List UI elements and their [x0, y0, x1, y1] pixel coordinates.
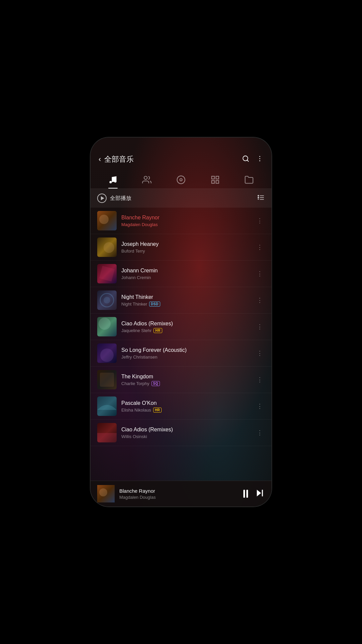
list-item[interactable]: Joseph Heaney Buford Terry ⋮ — [90, 234, 272, 261]
album-art-6 — [97, 343, 117, 363]
now-playing-artist: Magdalen Douglas — [119, 495, 239, 500]
svg-point-2 — [259, 156, 260, 157]
svg-point-31 — [100, 348, 114, 362]
track-thumbnail — [97, 370, 117, 389]
svg-rect-10 — [212, 176, 214, 179]
svg-rect-12 — [212, 180, 214, 183]
list-item[interactable]: So Long Forever (Acoustic) Jeffry Christ… — [90, 340, 272, 367]
track-title: Pascale O'Kon — [121, 400, 250, 406]
list-item[interactable]: Blanche Raynor Magdalen Douglas ⋮ — [90, 208, 272, 234]
albums-icon — [176, 175, 186, 184]
now-playing-title: Blanche Raynor — [119, 488, 239, 494]
svg-point-6 — [114, 180, 116, 182]
tab-folder[interactable] — [239, 172, 259, 189]
track-artist: Jaqueline Stehr — [121, 328, 152, 333]
track-more-button[interactable]: ⋮ — [255, 268, 265, 279]
track-sub: Buford Terry — [121, 249, 250, 254]
track-info: Johann Cremin Johann Cremin — [121, 268, 250, 280]
track-artist: Night Thinker — [121, 302, 147, 307]
track-info: Ciao Adios (Remixes) Willis Osinski — [121, 427, 250, 439]
sort-icon[interactable] — [257, 194, 265, 203]
svg-point-38 — [99, 488, 107, 496]
svg-point-5 — [109, 181, 112, 183]
skip-next-button[interactable] — [255, 488, 265, 499]
track-thumbnail — [97, 396, 117, 416]
now-playing-bar[interactable]: Blanche Raynor Magdalen Douglas — [90, 481, 272, 506]
list-item[interactable]: Johann Cremin Johann Cremin ⋮ — [90, 261, 272, 287]
track-info: So Long Forever (Acoustic) Jeffry Christ… — [121, 347, 250, 360]
play-all-label: 全部播放 — [110, 195, 131, 202]
play-all-circle — [97, 194, 107, 203]
track-more-button[interactable]: ⋮ — [255, 321, 265, 332]
track-artist: Charlie Torphy — [121, 381, 149, 386]
album-art-1 — [97, 211, 117, 230]
album-art-2 — [97, 237, 117, 257]
track-sub: Magdalen Douglas — [121, 222, 250, 227]
svg-point-9 — [180, 179, 182, 181]
play-triangle-icon — [101, 196, 104, 200]
track-title: Johann Cremin — [121, 268, 250, 274]
svg-point-3 — [259, 158, 260, 159]
track-more-button[interactable]: ⋮ — [255, 427, 265, 438]
svg-point-4 — [259, 160, 260, 161]
nav-tabs — [90, 170, 272, 189]
svg-rect-11 — [216, 176, 219, 179]
track-sub: Johann Cremin — [121, 275, 250, 280]
now-playing-info: Blanche Raynor Magdalen Douglas — [119, 488, 239, 500]
play-all-bar[interactable]: 全部播放 — [90, 189, 272, 208]
list-item[interactable]: Pascale O'Kon Elisha Nikolaus HR ⋮ — [90, 393, 272, 420]
list-item[interactable]: Night Thinker Night Thinker DSD ⋮ — [90, 287, 272, 314]
tab-music[interactable] — [103, 172, 123, 189]
track-info: Joseph Heaney Buford Terry — [121, 241, 250, 254]
track-info: The Kingdom Charlie Torphy SQ — [121, 374, 250, 386]
playback-controls — [243, 488, 265, 499]
track-thumbnail — [97, 343, 117, 363]
tab-artists[interactable] — [137, 172, 157, 189]
tab-playlist[interactable] — [205, 172, 225, 189]
svg-rect-13 — [216, 180, 219, 183]
svg-point-20 — [99, 215, 109, 224]
track-sub: Jeffry Christiansen — [121, 355, 250, 360]
track-artist: Jeffry Christiansen — [121, 355, 157, 360]
pause-bar-left — [243, 490, 245, 498]
track-thumbnail — [97, 317, 117, 336]
svg-rect-36 — [97, 433, 117, 442]
pause-icon — [243, 490, 248, 498]
list-item[interactable]: Ciao Adios (Remixes) Willis Osinski ⋮ — [90, 420, 272, 446]
list-item[interactable]: The Kingdom Charlie Torphy SQ ⋮ — [90, 367, 272, 393]
track-thumbnail — [97, 237, 117, 257]
now-playing-thumbnail — [97, 485, 115, 502]
artists-icon — [142, 175, 152, 184]
list-item[interactable]: Ciao Adios (Remixes) Jaqueline Stehr HR … — [90, 314, 272, 340]
back-button[interactable]: ‹ — [99, 155, 101, 164]
music-icon — [108, 175, 118, 184]
track-more-button[interactable]: ⋮ — [255, 241, 265, 253]
dsd-badge: DSD — [149, 302, 160, 307]
folder-icon — [244, 175, 254, 184]
track-more-button[interactable]: ⋮ — [255, 400, 265, 412]
more-icon[interactable] — [256, 155, 263, 164]
svg-line-1 — [247, 160, 248, 161]
header-left: ‹ 全部音乐 — [99, 154, 134, 164]
sq-badge: SQ — [152, 381, 160, 386]
track-title: Blanche Raynor — [121, 215, 250, 221]
playlist-icon — [210, 175, 220, 184]
track-more-button[interactable]: ⋮ — [255, 294, 265, 306]
pause-button[interactable] — [243, 490, 248, 498]
track-info: Night Thinker Night Thinker DSD — [121, 294, 250, 307]
hr-badge: HR — [154, 328, 162, 333]
track-artist: Buford Terry — [121, 249, 145, 254]
album-art-4 — [97, 290, 117, 310]
svg-point-27 — [104, 297, 110, 304]
track-more-button[interactable]: ⋮ — [255, 347, 265, 359]
track-more-button[interactable]: ⋮ — [255, 215, 265, 226]
svg-point-17 — [258, 195, 259, 196]
tab-albums[interactable] — [171, 172, 191, 189]
svg-rect-33 — [100, 373, 114, 387]
track-title: The Kingdom — [121, 374, 250, 380]
search-icon[interactable] — [242, 155, 249, 164]
track-sub: Charlie Torphy SQ — [121, 381, 250, 386]
track-title: Night Thinker — [121, 294, 250, 300]
track-more-button[interactable]: ⋮ — [255, 374, 265, 385]
header: ‹ 全部音乐 — [90, 138, 272, 170]
